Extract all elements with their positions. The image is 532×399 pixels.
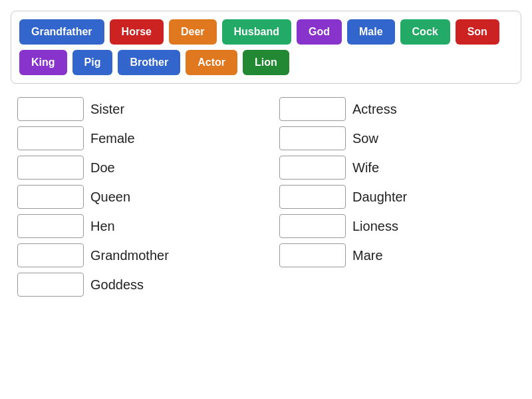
answer-box-daughter[interactable] [279,185,346,209]
answer-box-doe[interactable] [17,156,84,180]
match-row-doe: Doe [17,156,253,180]
answer-box-hen[interactable] [17,214,84,238]
tile-husband[interactable]: Husband [222,19,291,45]
tile-deer[interactable]: Deer [169,19,217,45]
match-row-daughter: Daughter [279,185,515,209]
answer-box-wife[interactable] [279,156,346,180]
answer-box-queen[interactable] [17,185,84,209]
tile-brother[interactable]: Brother [118,50,180,75]
answer-box-grandmother[interactable] [17,243,84,267]
match-label-wife: Wife [352,160,379,176]
answer-box-actress[interactable] [279,97,346,121]
answer-box-lioness[interactable] [279,214,346,238]
match-label-sow: Sow [352,131,378,146]
match-row-goddess: Goddess [17,273,253,297]
tile-cock[interactable]: Cock [400,19,450,45]
match-label-queen: Queen [90,190,130,205]
match-row-queen: Queen [17,185,253,209]
tile-king[interactable]: King [19,50,67,75]
tile-male[interactable]: Male [347,19,395,45]
match-row-sister: Sister [17,97,253,121]
match-row-actress: Actress [279,97,515,121]
answer-box-mare[interactable] [279,243,346,267]
word-bank: GrandfatherHorseDeerHusbandGodMaleCockSo… [11,11,521,84]
match-area: SisterFemaleDoeQueenHenGrandmotherGoddes… [11,97,521,297]
match-row-wife: Wife [279,156,515,180]
match-row-grandmother: Grandmother [17,243,253,267]
answer-box-sow[interactable] [279,126,346,150]
answer-box-goddess[interactable] [17,273,84,297]
match-row-sow: Sow [279,126,515,150]
match-label-doe: Doe [90,160,115,176]
answer-box-sister[interactable] [17,97,84,121]
match-row-hen: Hen [17,214,253,238]
match-label-hen: Hen [90,219,115,234]
match-label-lioness: Lioness [352,219,398,234]
tile-lion[interactable]: Lion [243,50,289,75]
match-label-female: Female [90,131,135,146]
tile-actor[interactable]: Actor [186,50,237,75]
match-row-mare: Mare [279,243,515,267]
match-label-goddess: Goddess [90,277,144,293]
tile-horse[interactable]: Horse [110,19,164,45]
tile-grandfather[interactable]: Grandfather [19,19,104,45]
answer-box-female[interactable] [17,126,84,150]
match-label-grandmother: Grandmother [90,248,169,263]
match-label-actress: Actress [352,102,397,117]
match-column-left: SisterFemaleDoeQueenHenGrandmotherGoddes… [17,97,253,297]
match-label-mare: Mare [352,248,383,263]
match-label-daughter: Daughter [352,190,407,205]
match-row-female: Female [17,126,253,150]
tile-god[interactable]: God [297,19,342,45]
tile-son[interactable]: Son [456,19,499,45]
tile-pig[interactable]: Pig [72,50,113,75]
match-column-right: ActressSowWifeDaughterLionessMare [279,97,515,297]
match-row-lioness: Lioness [279,214,515,238]
match-label-sister: Sister [90,102,124,117]
